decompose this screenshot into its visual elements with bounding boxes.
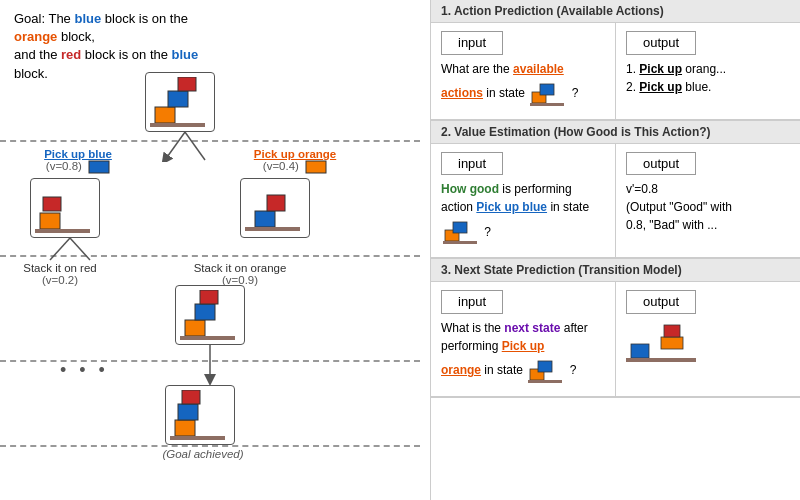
svg-line-15 (70, 238, 90, 260)
section-3-input-box: input What is the next state after perfo… (431, 282, 616, 396)
center-state-l3 (175, 285, 245, 345)
svg-rect-23 (182, 390, 200, 404)
svg-rect-19 (180, 336, 235, 340)
goal-svg (170, 390, 230, 440)
root-state (145, 72, 215, 132)
l3-left-label: Stack it on red(v=0.2) (5, 262, 115, 286)
section-1: 1. Action Prediction (Available Actions)… (431, 0, 800, 121)
s3-output-svg (626, 319, 696, 374)
s3-output-image (626, 363, 696, 377)
s2-output-text: v'=0.8(Output "Good" with0.8, "Bad" with… (626, 182, 732, 232)
section-2-output-box: output v'=0.8(Output "Good" with0.8, "Ba… (616, 144, 800, 258)
blue-block-icon (88, 160, 110, 174)
svg-line-5 (185, 132, 205, 160)
s1-input-label: input (441, 31, 503, 55)
svg-rect-36 (664, 325, 680, 337)
svg-rect-21 (175, 420, 195, 436)
svg-rect-16 (185, 320, 205, 336)
section-3: 3. Next State Prediction (Transition Mod… (431, 259, 800, 398)
l3-right-label: Stack it on orange(v=0.9) (175, 262, 305, 286)
section-2: 2. Value Estimation (How Good is This Ac… (431, 121, 800, 260)
s3-output-label: output (626, 290, 696, 314)
section-3-io-row: input What is the next state after perfo… (431, 282, 800, 397)
section-3-header: 3. Next State Prediction (Transition Mod… (431, 259, 800, 282)
center-l3-svg (180, 290, 240, 340)
s1-inline-stack (530, 78, 566, 111)
svg-rect-11 (255, 211, 275, 227)
orange-block-icon (305, 160, 327, 174)
left-branch-label: Pick up blue (v=0.8) (18, 148, 138, 174)
s1-input-text: What are the availableactions in state ? (441, 62, 578, 101)
svg-rect-32 (538, 361, 552, 372)
goal-arrow (185, 345, 235, 385)
section-1-output-box: output 1. Pick up orang...2. Pick up blu… (616, 23, 800, 119)
right-branch-label: Pick up orange (v=0.4) (230, 148, 360, 174)
svg-rect-22 (178, 404, 198, 420)
svg-rect-33 (528, 380, 562, 383)
section-3-output-box: output (616, 282, 800, 396)
svg-rect-24 (170, 436, 225, 440)
svg-rect-7 (306, 161, 326, 173)
root-stack-svg (150, 77, 210, 127)
svg-rect-29 (453, 222, 467, 233)
svg-rect-17 (195, 304, 215, 320)
svg-rect-26 (540, 84, 554, 95)
s2-input-text: How good is performing action Pick up bl… (441, 182, 589, 239)
tree-diagram: Pick up blue (v=0.8) Pick up orange (v=0… (0, 30, 420, 495)
section-1-header: 1. Action Prediction (Available Actions) (431, 0, 800, 23)
dashed-line-4 (0, 445, 420, 447)
left-state-l2 (30, 178, 100, 238)
svg-rect-9 (43, 197, 61, 211)
goal-achieved-label: (Goal achieved) (148, 448, 258, 460)
s1-output-text: 1. Pick up orang...2. Pick up blue. (626, 62, 726, 94)
root-arrow (155, 132, 215, 162)
section-2-io-row: input How good is performing action Pick… (431, 144, 800, 259)
svg-rect-0 (155, 107, 175, 123)
s3-input-label: input (441, 290, 503, 314)
svg-rect-27 (530, 103, 564, 106)
svg-rect-35 (661, 337, 683, 349)
svg-rect-3 (150, 123, 205, 127)
section-1-input-box: input What are the availableactions in s… (431, 23, 616, 119)
svg-rect-34 (631, 344, 649, 358)
s2-input-label: input (441, 152, 503, 176)
s3-input-text: What is the next state after performing … (441, 321, 588, 378)
right-panel: 1. Action Prediction (Available Actions)… (430, 0, 800, 500)
svg-rect-2 (178, 77, 196, 91)
svg-rect-8 (40, 213, 60, 229)
s2-output-label: output (626, 152, 696, 176)
section-1-io-row: input What are the availableactions in s… (431, 23, 800, 120)
svg-rect-30 (443, 241, 477, 244)
svg-rect-12 (267, 195, 285, 211)
svg-rect-18 (200, 290, 218, 304)
s2-stack-svg (443, 216, 479, 244)
s3-stack-svg (528, 355, 564, 383)
ellipsis: • • • (60, 360, 109, 381)
svg-rect-6 (89, 161, 109, 173)
svg-rect-1 (168, 91, 188, 107)
s2-inline-stack (443, 216, 479, 249)
svg-rect-10 (35, 229, 90, 233)
goal-state (165, 385, 235, 445)
s1-output-label: output (626, 31, 696, 55)
svg-line-4 (165, 132, 185, 160)
right-state-l2 (240, 178, 310, 238)
svg-rect-37 (626, 358, 696, 362)
s3-inline-stack (528, 355, 564, 388)
left-l2-svg (35, 183, 95, 233)
svg-rect-13 (245, 227, 300, 231)
svg-line-14 (50, 238, 70, 260)
section-2-header: 2. Value Estimation (How Good is This Ac… (431, 121, 800, 144)
section-2-input-box: input How good is performing action Pick… (431, 144, 616, 258)
right-l2-svg (245, 183, 305, 233)
s1-stack-svg (530, 78, 566, 106)
